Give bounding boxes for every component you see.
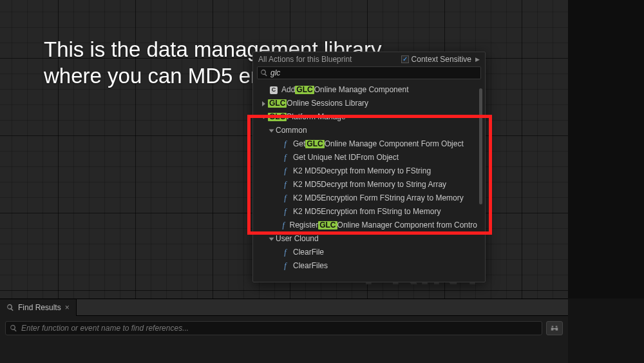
- search-icon: [6, 304, 14, 311]
- function-icon: f: [281, 166, 289, 176]
- function-icon: f: [281, 248, 289, 257]
- binoculars-icon: [550, 324, 559, 333]
- subcategory-label: Common: [276, 126, 307, 135]
- find-input-wrapper[interactable]: [5, 321, 542, 335]
- function-label: K2 MD5Decrypt from Memory to FString: [293, 166, 431, 176]
- fn-get-unique-net-id[interactable]: f Get Unique Net IDFrom Object: [253, 151, 485, 164]
- expand-open-icon: [261, 115, 267, 119]
- highlight-glc: GLC: [268, 99, 287, 108]
- action-context-menu[interactable]: All Actions for this Blueprint ✓ Context…: [252, 52, 486, 282]
- fn-md5-decrypt-to-string-array[interactable]: f K2 MD5Decrypt from Memory to String Ar…: [253, 178, 485, 191]
- find-in-blueprints-button[interactable]: [546, 321, 563, 335]
- close-icon[interactable]: ×: [65, 303, 70, 312]
- scrollbar-thumb[interactable]: [479, 88, 482, 204]
- function-icon: f: [281, 139, 289, 149]
- function-icon: f: [281, 261, 289, 271]
- subcategory-label: User Clound: [276, 234, 319, 244]
- expand-collapsed-icon: [262, 101, 265, 106]
- bottom-right-panel: [568, 299, 644, 363]
- fn-get-glc-online-manage-component[interactable]: f Get GLCOnline Manage Component Form Ob…: [253, 137, 485, 151]
- highlight-glc: GLC: [268, 113, 287, 121]
- chevron-right-icon: ▶: [475, 56, 480, 63]
- context-menu-header: All Actions for this Blueprint ✓ Context…: [253, 52, 485, 65]
- fn-register-glc-online-manager[interactable]: f Register GLCOnline Manager Component f…: [253, 219, 485, 232]
- tab-label: Find Results: [18, 303, 61, 312]
- category-sessions-library[interactable]: GLCOnline Sessions Library: [253, 97, 485, 110]
- highlight-glc: GLC: [295, 86, 314, 94]
- context-search-field[interactable]: [257, 66, 481, 79]
- context-sensitive-toggle[interactable]: ✓ Context Sensitive ▶: [401, 55, 480, 64]
- context-menu-body[interactable]: C Add GLCOnline Manage Component GLCOnli…: [253, 82, 485, 282]
- label-prefix: Add: [281, 85, 295, 95]
- search-icon: [260, 69, 268, 77]
- subcategory-user-cloud[interactable]: User Clound: [253, 232, 485, 246]
- blueprint-graph-canvas[interactable]: PRINT This is the data management librar…: [0, 0, 568, 299]
- subcategory-common[interactable]: Common: [253, 124, 485, 137]
- function-label: K2 MD5Decrypt from Memory to String Arra…: [293, 180, 446, 190]
- find-results-searchbar: [5, 321, 563, 335]
- label-suffix: Online Manage Component: [314, 85, 409, 95]
- function-label: ClearFiles: [293, 261, 328, 271]
- highlight-glc: GLC: [318, 221, 337, 230]
- function-label: Get Unique Net IDFrom Object: [293, 153, 399, 162]
- action-add-glc-component[interactable]: C Add GLCOnline Manage Component: [253, 83, 485, 97]
- bottom-tab-bar: Find Results ×: [0, 299, 568, 316]
- right-dark-panel: [568, 0, 644, 299]
- function-label: K2 MD5Encryption Form FString Array to M…: [293, 193, 464, 203]
- function-icon: f: [281, 180, 289, 190]
- context-search-input[interactable]: [270, 68, 478, 77]
- label-suffix: Online Manager Component from Contro: [337, 221, 477, 230]
- category-label: Online Sessions Library: [287, 99, 368, 108]
- label-suffix: Online Manage Component Form Object: [325, 139, 464, 149]
- context-menu-title: All Actions for this Blueprint: [258, 55, 352, 64]
- function-label: ClearFile: [293, 248, 324, 257]
- search-icon: [10, 324, 17, 332]
- expand-open-icon: [269, 129, 274, 132]
- component-icon: C: [270, 86, 278, 94]
- function-icon: f: [281, 207, 289, 217]
- tab-find-results[interactable]: Find Results ×: [0, 299, 77, 316]
- find-results-panel: Find Results ×: [0, 299, 568, 363]
- category-platform-manage[interactable]: GLCPlatform Manage: [253, 110, 485, 124]
- fn-md5-decrypt-to-fstring[interactable]: f K2 MD5Decrypt from Memory to FString: [253, 164, 485, 178]
- checkbox-icon: ✓: [401, 55, 409, 63]
- category-label: Platform Manage: [287, 112, 345, 122]
- fn-md5-encrypt-array-to-memory[interactable]: f K2 MD5Encryption Form FString Array to…: [253, 191, 485, 205]
- function-label: K2 MD5Encryption from FString to Memory: [293, 207, 440, 217]
- fn-clearfiles[interactable]: f ClearFiles: [253, 259, 485, 273]
- fn-clearfile[interactable]: f ClearFile: [253, 246, 485, 259]
- function-icon: f: [281, 193, 289, 203]
- label-prefix: Register: [290, 221, 319, 230]
- label-prefix: Get: [293, 139, 305, 149]
- highlight-glc: GLC: [305, 140, 324, 148]
- context-sensitive-label: Context Sensitive: [412, 55, 471, 64]
- expand-open-icon: [269, 237, 274, 240]
- function-icon: f: [281, 153, 289, 162]
- fn-md5-encrypt-fstring-to-memory[interactable]: f K2 MD5Encryption from FString to Memor…: [253, 205, 485, 219]
- find-input[interactable]: [21, 324, 538, 333]
- function-icon: f: [281, 221, 286, 230]
